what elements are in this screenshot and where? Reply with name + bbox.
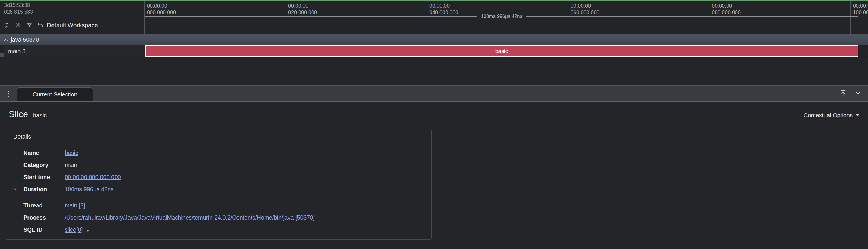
thread-link[interactable]: main [3] [65, 202, 85, 209]
slice-basic[interactable]: basic [145, 45, 858, 57]
expand-duration-icon[interactable] [13, 188, 23, 191]
current-selection-panel: Slice basic Contextual Options Details N… [0, 102, 868, 249]
process-group-header[interactable]: java 50370 [0, 34, 868, 45]
slice-label: basic [495, 48, 508, 54]
group-indicator-strip [0, 54, 4, 58]
selection-title-row: Slice basic Contextual Options [0, 102, 868, 120]
page-subtitle: basic [33, 112, 47, 119]
workspace-label: Default Workspace [47, 22, 98, 29]
filter-icon[interactable] [25, 21, 33, 29]
kebab-menu-icon[interactable]: ⋮ [5, 89, 11, 98]
sql-id-link[interactable]: slice[0] [65, 226, 83, 233]
contextual-options-label: Contextual Options [804, 112, 853, 119]
detail-label: Process [23, 214, 65, 221]
perfetto-trace-viewer: 00:00:00000 000 000 00:00:00020 000 000 … [0, 0, 868, 249]
detail-label: Duration [23, 186, 65, 193]
contextual-options-button[interactable]: Contextual Options [804, 112, 859, 119]
details-rows: Name basic Category main Start time 00:0… [5, 144, 431, 240]
workspaces-icon [37, 21, 44, 29]
track-shelf[interactable]: main 3 [4, 45, 144, 57]
detail-label: Start time [23, 174, 65, 181]
expand-panel-icon[interactable] [839, 89, 847, 97]
detail-label: Thread [23, 202, 65, 209]
drawer-controls [839, 89, 862, 97]
timeline-empty-area [0, 58, 868, 85]
trace-time-offset: 3d15:53:38 + 026 815 583 [4, 2, 35, 15]
detail-row-process: Process /Users/rahulrav/Library/Java/Jav… [5, 212, 431, 224]
start-time-link[interactable]: 00:00:00.000 000 000 [65, 174, 121, 181]
process-group-label: java 50370 [11, 36, 39, 43]
track-toolbar: Default Workspace [3, 19, 98, 31]
page-title: Slice [9, 109, 28, 120]
tab-label: Current Selection [33, 91, 78, 98]
detail-row-sql-id: SQL ID slice[0] [5, 224, 431, 236]
thread-track-row: main 3 basic [0, 45, 868, 58]
ruler-tick [144, 1, 145, 34]
detail-row-start-time: Start time 00:00:00.000 000 000 [5, 171, 431, 183]
detail-row-duration: Duration 100ms 996μs 42ns [5, 183, 431, 195]
detail-label: Category [23, 162, 65, 168]
detail-label: SQL ID [23, 226, 65, 233]
detail-value: main [65, 162, 77, 168]
pin-off-icon[interactable] [14, 21, 22, 29]
details-section: Details Name basic Category main Start t… [5, 129, 432, 240]
timeline-header: 00:00:00000 000 000 00:00:00020 000 000 … [0, 1, 868, 34]
detail-row-name: Name basic [5, 147, 431, 159]
chevron-down-icon[interactable] [854, 89, 862, 97]
sql-id-dropdown-icon[interactable] [86, 230, 90, 232]
details-section-title: Details [5, 129, 431, 144]
selection-duration-label: 100ms 996μs 42ns [477, 13, 526, 19]
detail-row-thread: Thread main [3] [5, 199, 431, 212]
detail-label: Name [23, 150, 65, 156]
detail-row-category: Category main [5, 159, 431, 171]
name-link[interactable]: basic [65, 150, 78, 156]
duration-link[interactable]: 100ms 996μs 42ns [65, 186, 114, 193]
process-link[interactable]: /Users/rahulrav/Library/Java/JavaVirtual… [65, 214, 315, 221]
track-label: main 3 [8, 48, 25, 55]
workspace-selector[interactable]: Default Workspace [37, 21, 98, 29]
collapse-all-icon[interactable] [3, 21, 10, 29]
selection-duration-measure: 100ms 996μs 42ns [145, 14, 858, 19]
drawer-tab-bar: ⋮ Current Selection [0, 85, 868, 102]
tab-current-selection[interactable]: Current Selection [17, 87, 93, 101]
chevron-up-icon [3, 38, 8, 41]
caret-down-icon [856, 114, 859, 116]
